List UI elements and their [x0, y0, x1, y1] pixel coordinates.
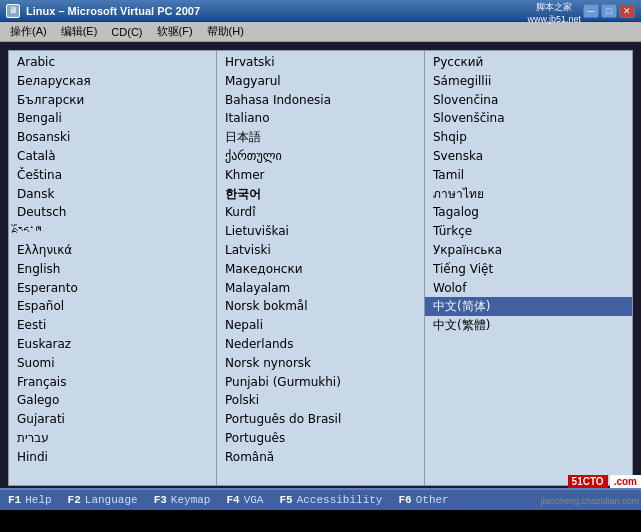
label-accessibility: Accessibility: [297, 494, 383, 506]
list-item[interactable]: Polski: [217, 391, 424, 410]
language-column-2[interactable]: Hrvatski Magyarul Bahasa Indonesia Itali…: [216, 50, 424, 486]
language-list-container: Arabic Беларуская Български Bengali Bosa…: [0, 42, 641, 488]
minimize-button[interactable]: ─: [583, 4, 599, 18]
list-item[interactable]: Nepali: [217, 316, 424, 335]
watermark-logo2: .com: [610, 475, 641, 488]
list-item[interactable]: Esperanto: [9, 279, 216, 298]
list-item[interactable]: Nederlands: [217, 335, 424, 354]
list-item[interactable]: Hindi: [9, 448, 216, 467]
menu-help[interactable]: 帮助(H): [201, 23, 250, 40]
list-item[interactable]: ภาษาไทย: [425, 185, 632, 204]
status-f2[interactable]: F2 Language: [68, 494, 138, 506]
menu-action[interactable]: 操作(A): [4, 23, 53, 40]
list-item[interactable]: Arabic: [9, 53, 216, 72]
label-language: Language: [85, 494, 138, 506]
list-item[interactable]: Norsk nynorsk: [217, 354, 424, 373]
list-item[interactable]: Norsk bokmål: [217, 297, 424, 316]
list-item[interactable]: Español: [9, 297, 216, 316]
vm-screen: Arabic Беларуская Български Bengali Bosa…: [0, 42, 641, 510]
menu-edit[interactable]: 编辑(E): [55, 23, 104, 40]
status-f5[interactable]: F5 Accessibility: [279, 494, 382, 506]
title-bar: 🖥 Linux – Microsoft Virtual PC 2007 脚本之家…: [0, 0, 641, 22]
window-title: Linux – Microsoft Virtual PC 2007: [26, 5, 200, 17]
list-item[interactable]: Lietuviškai: [217, 222, 424, 241]
label-other: Other: [416, 494, 449, 506]
list-item[interactable]: Čeština: [9, 166, 216, 185]
list-item[interactable]: Suomi: [9, 354, 216, 373]
list-item[interactable]: Shqip: [425, 128, 632, 147]
language-column-3[interactable]: Русский Sámegillii Slovenčina Slovenščin…: [424, 50, 633, 486]
list-item[interactable]: Français: [9, 373, 216, 392]
list-item[interactable]: Bahasa Indonesia: [217, 91, 424, 110]
key-f4: F4: [226, 494, 239, 506]
list-item[interactable]: Bosanski: [9, 128, 216, 147]
list-item[interactable]: 日本語: [217, 128, 424, 147]
title-bar-buttons: ─ □ ✕: [583, 4, 635, 18]
list-item[interactable]: Română: [217, 448, 424, 467]
list-item[interactable]: Khmer: [217, 166, 424, 185]
maximize-button[interactable]: □: [601, 4, 617, 18]
watermark-logo1: 51CTO: [568, 475, 608, 488]
list-item[interactable]: Latviski: [217, 241, 424, 260]
list-item-chinese-traditional[interactable]: 中文(繁體): [425, 316, 632, 335]
list-item[interactable]: Wolof: [425, 279, 632, 298]
list-item[interactable]: Punjabi (Gurmukhi): [217, 373, 424, 392]
label-vga: VGA: [244, 494, 264, 506]
list-item[interactable]: Dansk: [9, 185, 216, 204]
status-f1[interactable]: F1 Help: [8, 494, 52, 506]
list-item-chinese-simplified[interactable]: 中文(简体): [425, 297, 632, 316]
key-f6: F6: [398, 494, 411, 506]
watermark-top: 脚本之家 www.jb51.net: [527, 2, 581, 25]
watermark-line2: www.jb51.net: [527, 14, 581, 26]
list-item[interactable]: Magyarul: [217, 72, 424, 91]
list-item[interactable]: Tiếng Việt: [425, 260, 632, 279]
label-help: Help: [25, 494, 51, 506]
list-item[interactable]: Português do Brasil: [217, 410, 424, 429]
list-item[interactable]: Kurdî: [217, 203, 424, 222]
list-item[interactable]: Македонски: [217, 260, 424, 279]
list-item[interactable]: Українська: [425, 241, 632, 260]
list-item[interactable]: རྫོང་ཁ: [9, 222, 216, 241]
list-item[interactable]: Bengali: [9, 109, 216, 128]
list-item[interactable]: Malayalam: [217, 279, 424, 298]
list-item[interactable]: Eesti: [9, 316, 216, 335]
status-f3[interactable]: F3 Keymap: [154, 494, 211, 506]
menu-cd[interactable]: CD(C): [105, 25, 148, 39]
list-item[interactable]: Български: [9, 91, 216, 110]
list-item[interactable]: Català: [9, 147, 216, 166]
list-item[interactable]: Português: [217, 429, 424, 448]
list-item[interactable]: 한국어: [217, 185, 424, 204]
key-f2: F2: [68, 494, 81, 506]
list-item[interactable]: Ελληνικά: [9, 241, 216, 260]
list-item[interactable]: Euskaraz: [9, 335, 216, 354]
key-f1: F1: [8, 494, 21, 506]
list-item[interactable]: Italiano: [217, 109, 424, 128]
label-keymap: Keymap: [171, 494, 211, 506]
status-f6[interactable]: F6 Other: [398, 494, 448, 506]
key-f3: F3: [154, 494, 167, 506]
status-f4[interactable]: F4 VGA: [226, 494, 263, 506]
list-item[interactable]: Svenska: [425, 147, 632, 166]
window-icon: 🖥: [6, 4, 20, 18]
watermark-bottom: 51CTO .com: [568, 475, 641, 488]
language-column-1[interactable]: Arabic Беларуская Български Bengali Bosa…: [8, 50, 216, 486]
list-item[interactable]: English: [9, 260, 216, 279]
list-item[interactable]: Беларуская: [9, 72, 216, 91]
list-item[interactable]: Galego: [9, 391, 216, 410]
list-item[interactable]: Hrvatski: [217, 53, 424, 72]
list-item[interactable]: Tagalog: [425, 203, 632, 222]
list-item[interactable]: Sámegillii: [425, 72, 632, 91]
close-button[interactable]: ✕: [619, 4, 635, 18]
list-item[interactable]: Русский: [425, 53, 632, 72]
list-item[interactable]: Tamil: [425, 166, 632, 185]
key-f5: F5: [279, 494, 292, 506]
menu-floppy[interactable]: 软驱(F): [151, 23, 199, 40]
list-item[interactable]: Deutsch: [9, 203, 216, 222]
list-item[interactable]: Türkçe: [425, 222, 632, 241]
list-item[interactable]: ქართული: [217, 147, 424, 166]
list-item[interactable]: עברית: [9, 429, 216, 448]
list-item[interactable]: Gujarati: [9, 410, 216, 429]
list-item[interactable]: Slovenčina: [425, 91, 632, 110]
watermark-bottom2: jiaocheng.chazidian.com: [540, 496, 639, 506]
list-item[interactable]: Slovenščina: [425, 109, 632, 128]
